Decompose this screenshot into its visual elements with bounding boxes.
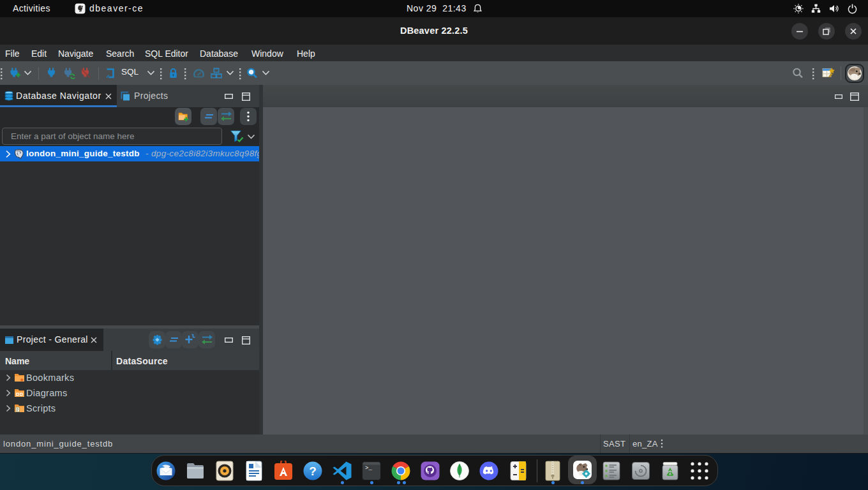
svg-text:?: ? bbox=[309, 464, 317, 478]
svg-text:>_: >_ bbox=[365, 465, 372, 471]
